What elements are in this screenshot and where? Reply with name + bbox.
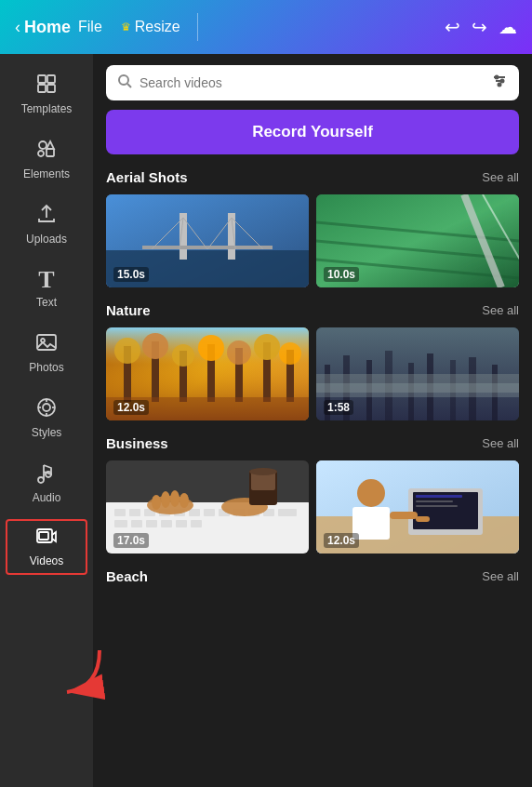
search-input[interactable]	[140, 75, 484, 90]
svg-point-22	[501, 80, 504, 83]
nature-video-1-duration: 12.0s	[113, 400, 149, 415]
aerial-video-1-duration: 15.0s	[113, 267, 149, 282]
business-video-1-duration: 17.0s	[113, 533, 149, 548]
svg-point-91	[161, 491, 170, 508]
undo-button[interactable]: ↩	[445, 16, 460, 38]
svg-point-21	[496, 76, 499, 79]
section-beach-header: Beach See all	[106, 568, 519, 584]
svg-rect-101	[416, 495, 462, 498]
section-business-header: Business See all	[106, 435, 519, 451]
svg-point-52	[227, 340, 251, 365]
section-nature-header: Nature See all	[106, 302, 519, 318]
section-nature: Nature See all	[106, 302, 519, 420]
file-menu[interactable]: File	[78, 19, 102, 35]
sidebar-item-videos[interactable]: Videos	[0, 515, 93, 579]
sidebar-item-photos[interactable]: Photos	[0, 320, 93, 385]
nature-title: Nature	[106, 302, 151, 318]
redo-button[interactable]: ↪	[472, 16, 487, 38]
section-aerial-header: Aerial Shots See all	[106, 169, 519, 185]
search-bar	[106, 65, 519, 100]
cloud-save-button[interactable]: ☁	[499, 16, 517, 38]
main-layout: Templates Elements	[0, 54, 532, 787]
uploads-label: Uploads	[26, 233, 67, 246]
back-icon: ‹	[15, 18, 20, 37]
svg-rect-3	[47, 85, 55, 92]
styles-label: Styles	[32, 426, 62, 439]
svg-rect-86	[176, 520, 187, 527]
sidebar-item-elements[interactable]: Elements	[0, 127, 93, 192]
svg-rect-8	[37, 335, 56, 350]
filter-icon[interactable]	[491, 73, 508, 93]
svg-point-90	[152, 495, 161, 510]
section-business: Business See all	[106, 435, 519, 554]
uploads-icon	[35, 203, 58, 229]
business-see-all[interactable]: See all	[482, 436, 519, 450]
svg-rect-2	[38, 85, 46, 92]
sidebar-item-uploads[interactable]: Uploads	[0, 192, 93, 257]
sidebar-item-text[interactable]: T Text	[0, 257, 93, 320]
nature-see-all[interactable]: See all	[482, 303, 519, 317]
styles-icon	[35, 396, 58, 422]
svg-point-92	[170, 490, 180, 507]
nature-video-1[interactable]: 12.0s	[106, 327, 309, 420]
svg-point-51	[198, 335, 224, 361]
audio-icon	[35, 461, 58, 487]
videos-active-box	[6, 519, 87, 575]
aerial-video-2-duration: 10.0s	[324, 267, 359, 282]
sidebar-item-styles[interactable]: Styles	[0, 385, 93, 450]
beach-title: Beach	[106, 568, 148, 584]
svg-point-93	[180, 493, 189, 508]
svg-rect-67	[316, 383, 519, 397]
text-label: Text	[36, 296, 57, 309]
search-icon	[117, 73, 132, 92]
beach-see-all[interactable]: See all	[482, 569, 519, 583]
svg-point-10	[43, 404, 50, 411]
nature-video-2-duration: 1:58	[324, 400, 353, 415]
svg-point-4	[39, 141, 47, 149]
svg-rect-82	[114, 520, 127, 527]
svg-rect-0	[38, 75, 46, 83]
nature-video-2[interactable]: 1:58	[316, 327, 519, 420]
svg-rect-83	[131, 520, 142, 527]
svg-rect-1	[47, 75, 55, 83]
templates-icon	[35, 73, 58, 99]
business-video-grid: 17.0s	[106, 460, 519, 554]
top-navbar: ‹ Home File ♛ Resize ↩ ↪ ☁	[0, 0, 532, 54]
svg-point-53	[254, 334, 280, 360]
svg-point-96	[249, 468, 277, 475]
svg-rect-102	[416, 500, 453, 502]
business-video-2[interactable]: 12.0s	[316, 460, 519, 554]
svg-rect-84	[146, 520, 157, 527]
business-title: Business	[106, 435, 168, 451]
back-button[interactable]: ‹ Home	[15, 18, 71, 37]
svg-rect-70	[114, 509, 126, 516]
sidebar-item-templates[interactable]: Templates	[0, 61, 93, 127]
svg-point-48	[114, 338, 140, 364]
svg-rect-5	[47, 149, 54, 156]
sidebar-item-audio[interactable]: Audio	[0, 450, 93, 515]
resize-menu[interactable]: ♛ Resize	[121, 19, 180, 35]
nature-video-grid: 12.0s	[106, 327, 519, 420]
svg-rect-75	[189, 509, 200, 516]
business-video-2-duration: 12.0s	[324, 533, 359, 548]
content-area: Record Yourself Aerial Shots See all	[93, 54, 532, 787]
photos-icon	[35, 331, 58, 357]
svg-point-54	[279, 342, 301, 365]
svg-rect-85	[161, 520, 172, 527]
svg-point-49	[142, 333, 168, 359]
svg-point-23	[499, 84, 501, 87]
aerial-see-all[interactable]: See all	[482, 170, 519, 184]
nav-divider	[197, 13, 198, 41]
templates-label: Templates	[21, 102, 73, 115]
record-yourself-button[interactable]: Record Yourself	[106, 110, 519, 154]
crown-icon: ♛	[121, 20, 131, 33]
svg-point-17	[119, 75, 128, 85]
svg-rect-106	[390, 512, 418, 519]
aerial-video-2[interactable]: 10.0s	[316, 194, 519, 287]
aerial-video-1[interactable]: 15.0s	[106, 194, 309, 287]
nav-actions: ↩ ↪ ☁	[445, 16, 517, 38]
aerial-video-grid: 15.0s	[106, 194, 519, 287]
home-label: Home	[24, 18, 71, 37]
business-video-1[interactable]: 17.0s	[106, 460, 309, 554]
svg-point-12	[38, 477, 44, 483]
